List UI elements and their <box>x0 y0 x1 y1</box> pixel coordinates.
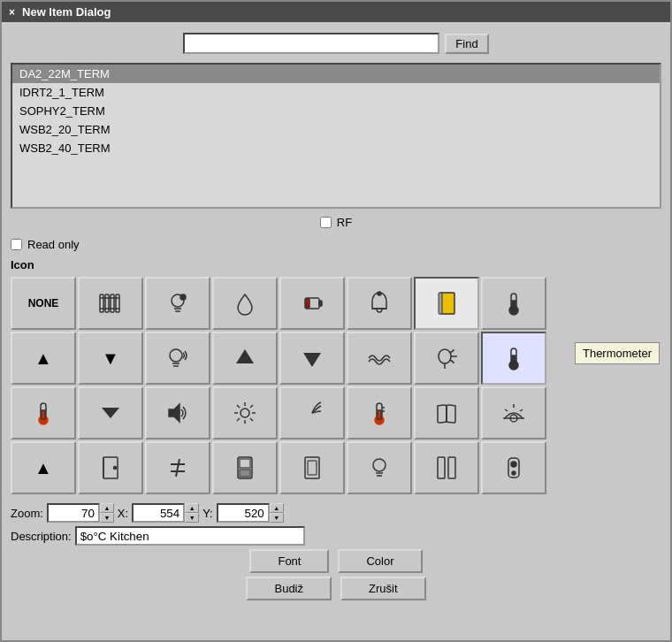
cancel-button[interactable]: Zrušit <box>340 577 426 600</box>
icon-water-drop[interactable] <box>212 277 278 330</box>
list-item[interactable]: SOPHY2_TERM <box>12 102 660 120</box>
icon-book-yellow[interactable] <box>414 277 479 330</box>
svg-rect-1 <box>105 294 109 312</box>
icon-battery-low[interactable] <box>279 277 345 330</box>
icon-arrow-up[interactable] <box>212 332 278 385</box>
svg-point-14 <box>378 292 381 295</box>
ok-cancel-row: Budiž Zrušit <box>11 577 661 600</box>
zoom-label: Zoom: <box>11 507 43 520</box>
icon-wave[interactable] <box>347 332 412 385</box>
y-down-btn[interactable]: ▼ <box>270 513 284 523</box>
list-item[interactable]: WSB2_40_TERM <box>12 139 660 157</box>
svg-point-73 <box>512 471 515 475</box>
rf-row: RF <box>11 214 661 231</box>
nav-up-btn-2[interactable]: ▲ <box>11 441 76 494</box>
thermometer-tooltip: Thermometer <box>575 342 660 364</box>
y-input[interactable] <box>217 503 270 523</box>
search-input[interactable] <box>183 33 439 54</box>
zoom-down-btn[interactable]: ▼ <box>100 513 114 523</box>
zoom-spinner-btns: ▲ ▼ <box>100 503 114 523</box>
svg-point-72 <box>511 462 516 467</box>
svg-point-9 <box>180 294 186 300</box>
icon-lightbulb-outline[interactable] <box>347 441 412 494</box>
read-only-checkbox[interactable] <box>11 239 22 250</box>
y-label: Y: <box>202 507 213 520</box>
icon-notequal[interactable] <box>145 441 210 494</box>
svg-rect-33 <box>42 410 45 419</box>
svg-point-20 <box>170 349 182 362</box>
icon-panel[interactable] <box>414 441 479 494</box>
icon-thermometer-1[interactable] <box>481 277 546 330</box>
icon-thermometer-hover[interactable]: Thermometer <box>481 332 546 385</box>
read-only-row: Read only <box>11 236 661 253</box>
icon-lightbulb-dot[interactable] <box>145 277 210 330</box>
list-item[interactable]: DA2_22M_TERM <box>12 65 660 83</box>
new-item-dialog: × New Item Dialog Find DA2_22M_TERM IDRT… <box>0 0 672 642</box>
dialog-content: Find DA2_22M_TERM IDRT2_1_TERM SOPHY2_TE… <box>2 22 670 640</box>
svg-rect-19 <box>512 301 515 310</box>
svg-marker-34 <box>102 408 119 418</box>
svg-rect-69 <box>438 457 445 478</box>
list-item[interactable]: IDRT2_1_TERM <box>12 83 660 102</box>
find-button[interactable]: Find <box>445 34 488 54</box>
bottom-section: Zoom: ▲ ▼ X: ▲ ▼ Y: <box>11 503 661 600</box>
icon-chevron-down[interactable] <box>78 386 143 439</box>
svg-line-44 <box>237 418 240 421</box>
icon-frame[interactable] <box>279 441 345 494</box>
icon-none[interactable]: NONE <box>11 277 76 330</box>
svg-line-41 <box>237 405 240 408</box>
icon-signal-bars[interactable] <box>279 386 345 439</box>
ok-button[interactable]: Budiž <box>246 577 332 600</box>
x-spinner-btns: ▲ ▼ <box>185 503 199 523</box>
font-color-row: Font Color <box>11 549 661 573</box>
icon-book-open[interactable] <box>414 386 479 439</box>
color-button[interactable]: Color <box>338 549 422 573</box>
svg-line-52 <box>505 409 508 411</box>
font-button[interactable]: Font <box>249 549 329 573</box>
icon-radiator[interactable] <box>78 277 143 330</box>
zoom-input[interactable] <box>47 503 100 523</box>
y-up-btn[interactable]: ▲ <box>270 503 284 513</box>
icon-arrow-down[interactable] <box>279 332 345 385</box>
y-spinner: ▲ ▼ <box>217 503 284 523</box>
icon-grid: NONE <box>11 277 546 494</box>
icon-sun[interactable] <box>212 386 278 439</box>
icon-thermometer-small[interactable] <box>11 386 76 439</box>
nav-down-btn[interactable]: ▼ <box>78 332 143 385</box>
svg-line-60 <box>176 459 179 477</box>
read-only-label: Read only <box>27 238 80 251</box>
description-input[interactable] <box>75 526 305 546</box>
icon-hairdryer[interactable] <box>414 332 479 385</box>
icon-thermometer-3[interactable] <box>347 386 412 439</box>
svg-rect-0 <box>100 294 103 312</box>
item-list[interactable]: DA2_22M_TERM IDRT2_1_TERM SOPHY2_TERM WS… <box>11 63 661 209</box>
list-item[interactable]: WSB2_20_TERM <box>12 120 660 139</box>
x-spinner: ▲ ▼ <box>132 503 199 523</box>
svg-point-25 <box>439 349 451 363</box>
icon-speaker[interactable] <box>481 441 546 494</box>
x-up-btn[interactable]: ▲ <box>185 503 199 513</box>
icon-lightbulb-sound[interactable] <box>145 332 210 385</box>
y-spinner-btns: ▲ ▼ <box>270 503 284 523</box>
nav-up-btn[interactable]: ▲ <box>11 332 76 385</box>
svg-rect-30 <box>512 355 515 364</box>
icon-switch[interactable] <box>212 441 278 494</box>
svg-rect-63 <box>240 470 250 477</box>
svg-rect-62 <box>240 459 250 468</box>
title-bar: × New Item Dialog <box>2 2 670 22</box>
icon-speaker-waves[interactable] <box>145 386 210 439</box>
icon-bell[interactable] <box>347 277 412 330</box>
svg-rect-47 <box>378 410 381 419</box>
svg-rect-11 <box>319 301 322 306</box>
icon-door[interactable] <box>78 441 143 494</box>
window-title: New Item Dialog <box>22 5 111 19</box>
svg-rect-12 <box>306 299 309 308</box>
x-down-btn[interactable]: ▼ <box>185 513 199 523</box>
rf-checkbox[interactable] <box>320 217 332 228</box>
x-input[interactable] <box>132 503 185 523</box>
zoom-up-btn[interactable]: ▲ <box>100 503 114 513</box>
icon-sunset[interactable] <box>481 386 546 439</box>
rf-label: RF <box>337 216 352 229</box>
close-button[interactable]: × <box>9 6 15 19</box>
svg-rect-2 <box>111 294 114 312</box>
